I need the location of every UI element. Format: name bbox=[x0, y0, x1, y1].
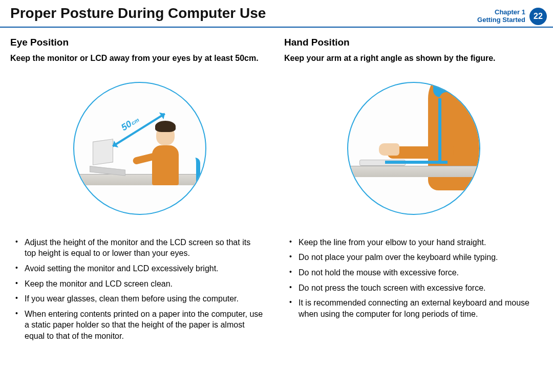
list-item: Do not press the touch screen with exces… bbox=[284, 282, 538, 294]
eye-position-column: Eye Position Keep the monitor or LCD awa… bbox=[10, 37, 269, 346]
page-title: Proper Posture During Computer Use bbox=[10, 5, 266, 21]
eye-position-figure: 50cm bbox=[10, 74, 269, 223]
eye-figure-circle: 50cm bbox=[73, 82, 206, 215]
eye-subheading: Keep the monitor or LCD away from your e… bbox=[10, 53, 269, 64]
list-item: Keep the monitor and LCD screen clean. bbox=[10, 278, 264, 290]
hand-position-column: Hand Position Keep your arm at a right a… bbox=[284, 37, 543, 346]
page-number-badge: 22 bbox=[529, 8, 547, 25]
chapter-line-2: Getting Started bbox=[477, 16, 525, 24]
hand-figure-circle bbox=[347, 82, 480, 215]
list-item: If you wear glasses, clean them before u… bbox=[10, 293, 264, 304]
hand-icon bbox=[379, 143, 399, 156]
list-item: It is recommended connecting an external… bbox=[284, 297, 538, 319]
right-angle-guide-icon bbox=[438, 98, 448, 164]
chapter-block: Chapter 1 Getting Started 22 bbox=[477, 5, 553, 28]
page-header: Proper Posture During Computer Use Chapt… bbox=[0, 0, 553, 28]
list-item: When entering contents printed on a pape… bbox=[10, 309, 264, 342]
eye-heading: Eye Position bbox=[10, 37, 269, 48]
hand-heading: Hand Position bbox=[284, 37, 543, 48]
list-item: Keep the line from your elbow to your ha… bbox=[284, 237, 538, 248]
list-item: Do not place your palm over the keyboard… bbox=[284, 252, 538, 263]
list-item: Adjust the height of the monitor and the… bbox=[10, 237, 264, 259]
hand-tips-list: Keep the line from your elbow to your ha… bbox=[284, 237, 543, 320]
eye-tips-list: Adjust the height of the monitor and the… bbox=[10, 237, 269, 342]
hand-position-figure bbox=[284, 74, 543, 223]
content-columns: Eye Position Keep the monitor or LCD awa… bbox=[0, 28, 553, 346]
chapter-line-1: Chapter 1 bbox=[477, 9, 525, 16]
chapter-text: Chapter 1 Getting Started bbox=[477, 9, 529, 24]
list-item: Avoid setting the monitor and LCD excess… bbox=[10, 263, 264, 274]
list-item: Do not hold the mouse with excessive for… bbox=[284, 267, 538, 278]
hand-subheading: Keep your arm at a right angle as shown … bbox=[284, 53, 543, 64]
desk-icon bbox=[348, 166, 479, 177]
